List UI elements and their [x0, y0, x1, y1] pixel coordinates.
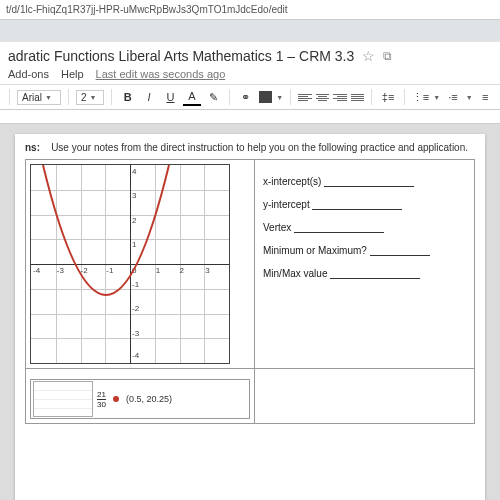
- worksheet-table: 4 3 2 1 -1 -2 -3 -4 -4 -3 -2 -1 0 1: [25, 159, 475, 424]
- menu-addons[interactable]: Add-ons: [8, 68, 49, 80]
- image-button[interactable]: [259, 91, 273, 103]
- text-color-button[interactable]: A: [183, 88, 200, 106]
- numbered-list-button[interactable]: ⋮≡: [412, 88, 429, 106]
- chevron-down-icon: ▼: [276, 94, 283, 101]
- menu-help[interactable]: Help: [61, 68, 84, 80]
- page: ns: Use your notes from the direct instr…: [15, 134, 485, 500]
- chevron-down-icon: ▼: [45, 94, 52, 101]
- font-dropdown[interactable]: Arial▼: [17, 90, 61, 105]
- doc-title[interactable]: adratic Functions Liberal Arts Mathemati…: [8, 48, 354, 64]
- fragment-cell: 21 30 (0.5, 20.25): [26, 369, 255, 424]
- bold-button[interactable]: B: [119, 88, 136, 106]
- indent-button[interactable]: ≡: [477, 88, 494, 106]
- answer-cell: x-intercept(s) y-intercept Vertex Minimu…: [255, 160, 475, 369]
- fragment-graph: 21 30 (0.5, 20.25): [30, 379, 250, 419]
- chevron-down-icon: ▼: [90, 94, 97, 101]
- field-minmax-v: Min/Max value: [263, 268, 466, 279]
- align-right-button[interactable]: [333, 93, 347, 102]
- graph: 4 3 2 1 -1 -2 -3 -4 -4 -3 -2 -1 0 1: [30, 164, 230, 364]
- highlight-button[interactable]: ✎: [205, 88, 222, 106]
- canvas: ns: Use your notes from the direct instr…: [0, 124, 500, 500]
- line-spacing-button[interactable]: ‡≡: [379, 88, 396, 106]
- underline-button[interactable]: U: [162, 88, 179, 106]
- toolbar: Arial▼ 2▼ B I U A ✎ ⚭ ▼ ‡≡ ⋮≡ ▼ ∙≡ ▼ ≡: [0, 85, 500, 110]
- align-justify-button[interactable]: [351, 93, 365, 102]
- ruler[interactable]: [0, 110, 500, 124]
- field-vertex: Vertex: [263, 222, 466, 233]
- last-edit-link[interactable]: Last edit was seconds ago: [96, 68, 226, 80]
- align-left-button[interactable]: [298, 93, 312, 102]
- directions: ns: Use your notes from the direct instr…: [25, 142, 475, 153]
- link-button[interactable]: ⚭: [237, 88, 254, 106]
- field-xintercept: x-intercept(s): [263, 176, 466, 187]
- parabola-curve: [31, 165, 231, 365]
- svg-point-0: [113, 396, 119, 402]
- field-minmax-q: Minimum or Maximum?: [263, 245, 466, 256]
- italic-button[interactable]: I: [140, 88, 157, 106]
- menu-bar: Add-ons Help Last edit was seconds ago: [0, 66, 500, 85]
- address-bar[interactable]: t/d/1lc-FhiqZq1R37jj-HPR-uMwcRpBwJs3QmTO…: [0, 0, 500, 20]
- star-icon[interactable]: ☆: [362, 48, 375, 64]
- bulleted-list-button[interactable]: ∙≡: [444, 88, 461, 106]
- align-center-button[interactable]: [316, 93, 330, 102]
- browser-chrome-gap: [0, 20, 500, 42]
- chevron-down-icon: ▼: [466, 94, 473, 101]
- graph-cell: 4 3 2 1 -1 -2 -3 -4 -4 -3 -2 -1 0 1: [26, 160, 255, 369]
- field-yintercept: y-intercept: [263, 199, 466, 210]
- title-bar: adratic Functions Liberal Arts Mathemati…: [0, 42, 500, 66]
- chevron-down-icon: ▼: [433, 94, 440, 101]
- font-size-dropdown[interactable]: 2▼: [76, 90, 104, 105]
- move-icon[interactable]: ⧉: [383, 49, 392, 63]
